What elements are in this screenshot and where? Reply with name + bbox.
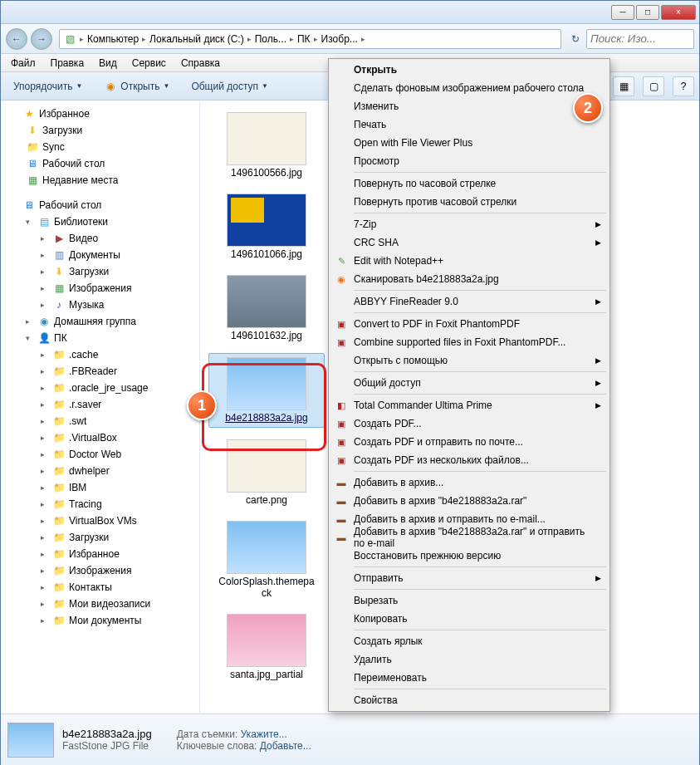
ctx-totalcmd[interactable]: ◧Total Commander Ultima Prime▶ [330, 396, 608, 414]
sidebar-item-sync[interactable]: 📁Sync [16, 139, 199, 155]
sidebar-item-folder[interactable]: ▸📁.FBReader [31, 363, 199, 380]
file-item[interactable]: carte.png [208, 436, 325, 509]
menu-service[interactable]: Сервис [125, 56, 173, 71]
crumb-users[interactable]: Поль... [255, 33, 286, 45]
file-item[interactable]: ColorSplash.themepack [208, 517, 325, 602]
sidebar-user-pk[interactable]: ▾👤ПК [16, 330, 199, 346]
back-button[interactable]: ← [6, 28, 27, 50]
file-item[interactable]: 1496100566.jpg [208, 109, 325, 182]
organize-button[interactable]: Упорядочить▼ [6, 76, 90, 96]
menu-edit[interactable]: Правка [44, 56, 91, 71]
sidebar-item-folder[interactable]: ▸📁Мои документы [31, 612, 199, 629]
maximize-button[interactable]: □ [636, 5, 659, 20]
sidebar-item-docs[interactable]: ▸▥Документы [31, 247, 199, 263]
ctx-foxit-convert[interactable]: ▣Convert to PDF in Foxit PhantomPDF [330, 315, 608, 333]
share-button[interactable]: Общий доступ▼ [184, 76, 276, 96]
sidebar-item-folder[interactable]: ▸📁VirtualBox VMs [31, 512, 199, 529]
ctx-crc[interactable]: CRC SHA▶ [330, 233, 608, 252]
ctx-sendto[interactable]: Отправить▶ [330, 569, 608, 587]
date-value[interactable]: Укажите... [241, 728, 287, 740]
ctx-shortcut[interactable]: Создать ярлык [330, 632, 608, 650]
minimize-button[interactable]: ─ [611, 5, 634, 20]
crumb-pk[interactable]: ПК [297, 33, 311, 45]
ctx-pdf-multi[interactable]: ▣Создать PDF из нескольких файлов... [330, 451, 608, 469]
menu-view[interactable]: Вид [92, 56, 124, 71]
ctx-openwith[interactable]: Открыть с помощью▶ [330, 351, 608, 370]
sidebar-item-folder[interactable]: ▸📁Загрузки [31, 529, 199, 546]
ctx-copy[interactable]: Копировать [330, 610, 608, 628]
view-mode-button[interactable]: ▦ [613, 76, 634, 96]
sidebar-item-downloads[interactable]: ⬇Загрузки [16, 122, 199, 139]
crumb-drive[interactable]: Локальный диск (C:) [149, 33, 244, 45]
address-bar[interactable]: ▧ ▸ Компьютер ▸ Локальный диск (C:) ▸ По… [59, 29, 561, 49]
ctx-7zip[interactable]: 7-Zip▶ [330, 215, 608, 233]
ctx-print[interactable]: Печать [330, 115, 608, 134]
file-item[interactable]: 1496101066.jpg [208, 190, 325, 263]
file-item[interactable]: b4e218883a2a.jpg [208, 353, 325, 428]
desktop-icon: 🖥 [26, 157, 39, 170]
sidebar-favorites[interactable]: ★Избранное [1, 105, 199, 122]
ctx-rotate-ccw[interactable]: Повернуть против часовой стрелки [330, 193, 608, 211]
ctx-rar-name-email[interactable]: ▬Добавить в архив "b4e218883a2a.rar" и о… [330, 528, 608, 547]
ctx-delete[interactable]: Удалить [330, 650, 608, 669]
sidebar-libraries[interactable]: ▾▤Библиотеки [16, 213, 199, 230]
close-button[interactable]: × [661, 5, 696, 20]
ctx-rename[interactable]: Переименовать [330, 669, 608, 687]
sidebar-item-folder[interactable]: ▸📁.r.saver [31, 396, 199, 413]
sidebar-item-folder[interactable]: ▸📁Избранное [31, 546, 199, 562]
sidebar-item-folder[interactable]: ▸📁.oracle_jre_usage [31, 380, 199, 396]
file-item[interactable]: santa.jpg_partial [208, 611, 325, 684]
ctx-foxit-combine[interactable]: ▣Combine supported files in Foxit Phanto… [330, 333, 608, 351]
help-button[interactable]: ? [673, 76, 694, 96]
sidebar-item-folder[interactable]: ▸📁.cache [31, 346, 199, 363]
ctx-open[interactable]: Открыть [330, 61, 608, 79]
sidebar-homegroup[interactable]: ▸◉Домашняя группа [16, 313, 199, 330]
sidebar-item-video[interactable]: ▸▶Видео [31, 230, 199, 247]
ctx-cut[interactable]: Вырезать [330, 591, 608, 610]
open-button[interactable]: ◉Открыть▼ [96, 76, 177, 97]
ctx-avast-scan[interactable]: ◉Сканировать b4e218883a2a.jpg [330, 270, 608, 288]
keywords-value[interactable]: Добавьте... [260, 740, 311, 752]
sidebar-desktop[interactable]: 🖥Рабочий стол [1, 197, 199, 213]
sidebar-item-recent[interactable]: ▦Недавние места [16, 172, 199, 189]
ctx-rotate-cw[interactable]: Повернуть по часовой стрелке [330, 174, 608, 193]
ctx-rar-addname[interactable]: ▬Добавить в архив "b4e218883a2a.rar" [330, 492, 608, 510]
sidebar-item-folder[interactable]: ▸📁Мои видеозаписи [31, 596, 199, 612]
refresh-button[interactable]: ↻ [568, 32, 583, 47]
ctx-pdf-create[interactable]: ▣Создать PDF... [330, 414, 608, 433]
sidebar-item-folder[interactable]: ▸📁dwhelper [31, 463, 199, 479]
forward-button[interactable]: → [31, 28, 52, 50]
ctx-fileviewer[interactable]: Open with File Viewer Plus [330, 134, 608, 152]
preview-pane-button[interactable]: ▢ [643, 76, 664, 96]
badge-1: 1 [187, 390, 217, 420]
crumb-images[interactable]: Изобр... [321, 33, 358, 45]
sidebar-item-desktop[interactable]: 🖥Рабочий стол [16, 155, 199, 172]
menu-file[interactable]: Файл [4, 56, 42, 71]
sidebar-item-folder[interactable]: ▸📁Изображения [31, 562, 199, 579]
file-item[interactable]: 1496101632.jpg [208, 272, 325, 345]
ctx-restore[interactable]: Восстановить прежнюю версию [330, 547, 608, 565]
sidebar-item-folder[interactable]: ▸📁IBM [31, 479, 199, 496]
file-thumbnail [227, 112, 306, 165]
sidebar-item-folder[interactable]: ▸📁Контакты [31, 579, 199, 596]
sidebar-item-folder[interactable]: ▸📁.swt [31, 413, 199, 429]
crumb-computer[interactable]: Компьютер [87, 33, 139, 45]
search-input[interactable] [586, 29, 694, 49]
sidebar-item-images[interactable]: ▸▦Изображения [31, 280, 199, 297]
sidebar-item-folder[interactable]: ▸📁Tracing [31, 496, 199, 512]
ctx-notepadpp[interactable]: ✎Edit with Notepad++ [330, 252, 608, 270]
ctx-properties[interactable]: Свойства [330, 691, 608, 709]
sidebar-item-folder[interactable]: ▸📁.VirtualBox [31, 429, 199, 446]
ctx-pdf-email[interactable]: ▣Создать PDF и отправить по почте... [330, 433, 608, 451]
ctx-edit[interactable]: Изменить [330, 97, 608, 115]
menu-help[interactable]: Справка [174, 56, 227, 71]
sidebar-item-music[interactable]: ▸♪Музыка [31, 297, 199, 313]
folder-icon: 📁 [52, 348, 66, 361]
ctx-set-wallpaper[interactable]: Сделать фоновым изображением рабочего ст… [330, 79, 608, 97]
ctx-abbyy[interactable]: ABBYY FineReader 9.0▶ [330, 292, 608, 311]
sidebar-item-folder[interactable]: ▸📁Doctor Web [31, 446, 199, 463]
ctx-share[interactable]: Общий доступ▶ [330, 374, 608, 392]
ctx-preview[interactable]: Просмотр [330, 152, 608, 170]
sidebar-item-downloads[interactable]: ▸⬇Загрузки [31, 263, 199, 280]
ctx-rar-add[interactable]: ▬Добавить в архив... [330, 473, 608, 492]
